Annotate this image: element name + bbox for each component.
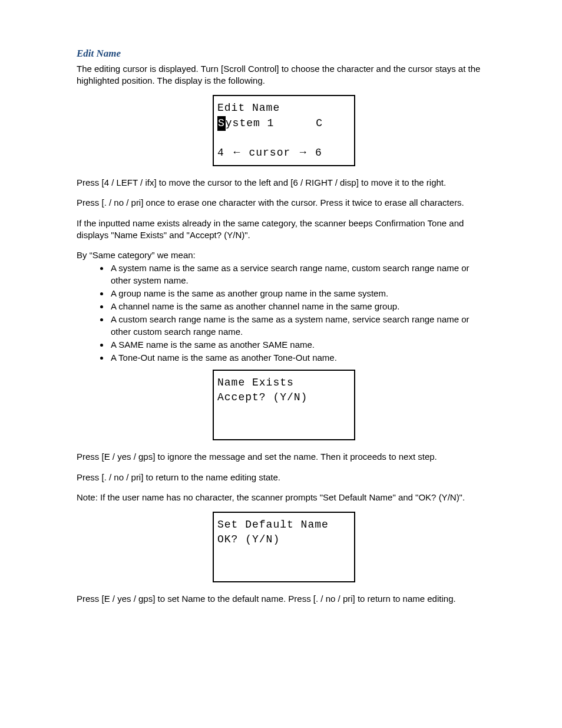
lcd-cursor-char: S [217, 116, 226, 131]
lcd-line-2-right: C [316, 117, 323, 129]
lcd-display-edit-name: Edit Name System 1 C 4 ← cursor → 6 [213, 95, 355, 166]
same-category-list: A system name is the same as a service s… [77, 262, 491, 364]
arrow-left-icon: ← [232, 146, 242, 158]
lcd-display-name-exists: Name Exists Accept? (Y/N) [213, 370, 355, 440]
paragraph-default-actions: Press [E / yes / gps] to set Name to the… [77, 593, 491, 605]
lcd-line-2: Accept? (Y/N) [217, 390, 351, 405]
paragraph-move-cursor: Press [4 / LEFT / ifx] to move the curso… [77, 177, 491, 189]
lcd-line-1: Edit Name [217, 101, 351, 116]
lcd-line-4: 4 ← cursor → 6 [217, 145, 351, 160]
lcd-blank-line [217, 131, 351, 145]
list-item: A custom search range name is the same a… [110, 314, 491, 338]
lcd-line-4-left: 4 [217, 147, 224, 159]
lcd-line-4-right: 6 [315, 147, 322, 159]
paragraph-note-default: Note: If the user name has no character,… [77, 492, 491, 503]
lcd-line-2-rest: ystem 1 [226, 117, 275, 129]
list-item: A Tone-Out name is the same as another T… [110, 352, 491, 364]
lcd-line-1: Name Exists [217, 375, 351, 390]
paragraph-no-return: Press [. / no / pri] to return to the na… [77, 472, 491, 483]
intro-paragraph: The editing cursor is displayed. Turn [S… [77, 63, 491, 87]
list-item: A SAME name is the same as another SAME … [110, 339, 491, 351]
paragraph-same-category-intro: By “Same category” we mean: [77, 249, 491, 261]
paragraph-yes-ignore: Press [E / yes / gps] to ignore the mess… [77, 451, 491, 463]
paragraph-name-exists: If the inputted name exists already in t… [77, 218, 491, 242]
list-item: A channel name is the same as another ch… [110, 301, 491, 312]
lcd-line-2: System 1 C [217, 116, 351, 131]
section-heading: Edit Name [77, 47, 491, 61]
paragraph-erase: Press [. / no / pri] once to erase one c… [77, 197, 491, 209]
lcd-display-set-default: Set Default Name OK? (Y/N) [213, 512, 355, 582]
lcd-line-2-gap [274, 117, 316, 129]
list-item: A system name is the same as a service s… [110, 262, 491, 286]
lcd-line-1: Set Default Name [217, 518, 351, 532]
lcd-line-2: OK? (Y/N) [217, 532, 351, 547]
arrow-right-icon: → [297, 146, 308, 158]
lcd-line-4-mid: cursor [249, 147, 290, 159]
list-item: A group name is the same as another grou… [110, 288, 491, 299]
